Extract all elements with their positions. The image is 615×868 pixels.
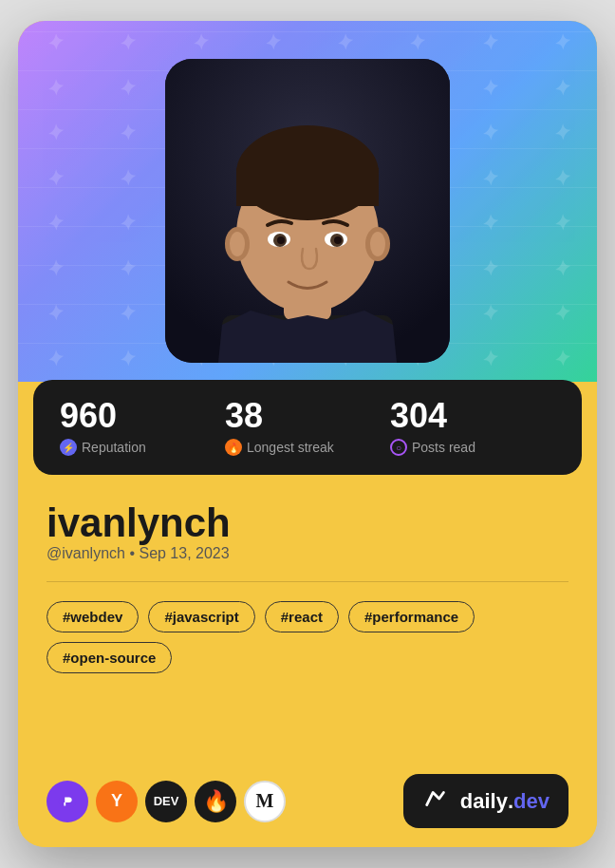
user-handle: @ivanlynch	[47, 545, 125, 561]
source-icon-medium[interactable]: M	[244, 781, 286, 822]
username: ivanlynch	[47, 501, 568, 545]
reputation-icon: ⚡	[60, 439, 77, 456]
svg-point-15	[230, 232, 245, 256]
card-footer: Y DEV 🔥 M daily . dev	[47, 774, 568, 828]
source-icon-hashnode[interactable]: 🔥	[195, 781, 236, 822]
tag-webdev: #webdev	[47, 601, 139, 632]
tag-react: #react	[265, 601, 339, 632]
avatar-wrapper	[165, 59, 450, 363]
avatar-image	[165, 59, 450, 363]
streak-value: 38	[225, 399, 390, 433]
svg-point-12	[334, 236, 342, 244]
posts-icon: ○	[390, 439, 407, 456]
brand-logo: daily . dev	[403, 774, 568, 828]
tag-open-source: #open-source	[47, 642, 172, 673]
brand-name: daily . dev	[460, 789, 550, 814]
join-date: Sep 13, 2023	[139, 545, 229, 561]
tags-container: #webdev #javascript #react #performance …	[47, 601, 568, 673]
stat-reputation: 960 ⚡ Reputation	[60, 399, 225, 456]
posts-read-label: ○ Posts read	[390, 439, 555, 456]
divider	[47, 581, 568, 582]
source-icons: Y DEV 🔥 M	[47, 781, 286, 822]
brand-icon	[422, 785, 449, 817]
brand-daily: daily	[460, 789, 508, 814]
posts-read-value: 304	[390, 399, 555, 433]
username-section: ivanlynch @ivanlynch • Sep 13, 2023	[47, 501, 568, 562]
reputation-label: ⚡ Reputation	[60, 439, 225, 456]
profile-card: ✦✦✦✦✦✦✦✦ ✦✦✦✦✦✦✦✦ ✦✦✦✦✦✦✦✦ ✦✦✦✦✦✦✦✦ ✦✦✦✦…	[18, 21, 597, 847]
streak-label: 🔥 Longest streak	[225, 439, 390, 456]
card-header: ✦✦✦✦✦✦✦✦ ✦✦✦✦✦✦✦✦ ✦✦✦✦✦✦✦✦ ✦✦✦✦✦✦✦✦ ✦✦✦✦…	[18, 21, 597, 382]
user-meta: @ivanlynch • Sep 13, 2023	[47, 545, 568, 562]
tag-javascript: #javascript	[148, 601, 254, 632]
avatar	[165, 59, 450, 363]
tag-performance: #performance	[348, 601, 475, 632]
stat-streak: 38 🔥 Longest streak	[225, 399, 390, 456]
source-icon-ycombinator[interactable]: Y	[96, 781, 138, 822]
card-bottom: ivanlynch @ivanlynch • Sep 13, 2023 #web…	[18, 475, 597, 847]
stat-posts-read: 304 ○ Posts read	[390, 399, 555, 456]
meta-separator: •	[129, 545, 139, 561]
stats-bar: 960 ⚡ Reputation 38 🔥 Longest streak 304…	[33, 380, 582, 475]
svg-rect-6	[236, 168, 379, 206]
streak-icon: 🔥	[225, 439, 242, 456]
source-icon-devto[interactable]: DEV	[145, 781, 187, 822]
source-icon-producthunt[interactable]	[47, 781, 88, 822]
reputation-value: 960	[60, 399, 225, 433]
svg-point-16	[370, 232, 385, 256]
brand-dev: dev	[513, 789, 550, 814]
svg-point-11	[277, 236, 285, 244]
